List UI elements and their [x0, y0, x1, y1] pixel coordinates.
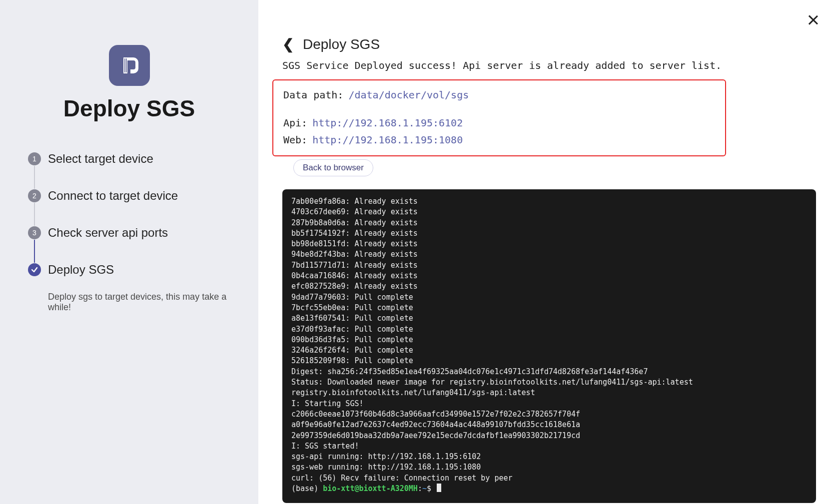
close-icon[interactable]	[807, 14, 819, 26]
data-path-label: Data path:	[283, 86, 343, 103]
step-label: Select target device	[48, 152, 153, 166]
terminal-line: 9dad77a79603: Pull complete	[291, 292, 807, 303]
terminal-line: 7bcfc55eb0ea: Pull complete	[291, 303, 807, 313]
step-connector	[34, 240, 35, 263]
success-message: SGS Service Deployed success! Api server…	[282, 59, 816, 71]
terminal-line: c2066c0eeae1073f60b46d8c3a966aafcd34990e…	[291, 409, 807, 420]
api-url[interactable]: http://192.168.1.195:6102	[312, 114, 463, 131]
api-label: Api:	[283, 114, 307, 131]
step-label: Check server api ports	[48, 226, 168, 240]
step-help-text: Deploy sgs to target devices, this may t…	[48, 292, 232, 313]
terminal-line: e37d0f93afac: Pull complete	[291, 324, 807, 335]
main-panel: ❮ Deploy SGS SGS Service Deployed succes…	[258, 0, 840, 504]
terminal-line: a8e13f607541: Pull complete	[291, 313, 807, 324]
step-done-badge	[28, 263, 41, 276]
step-number-badge: 1	[28, 152, 41, 165]
terminal-line: 4703c67dee69: Already exists	[291, 207, 807, 217]
terminal-line: 2e997359de6d019baa32db9a7aee792e15ecde7d…	[291, 431, 807, 441]
step-number-badge: 2	[28, 189, 41, 202]
terminal-line: registry.bioinfotoolkits.net/lufang0411/…	[291, 388, 807, 398]
terminal-line: I: Starting SGS!	[291, 399, 807, 409]
terminal-line: efc0827528e9: Already exists	[291, 281, 807, 292]
svg-rect-0	[124, 58, 125, 72]
terminal-output[interactable]: 7ab00e9fa86a: Already exists4703c67dee69…	[282, 189, 816, 503]
step-label: Deploy SGS	[48, 263, 114, 277]
terminal-line: sgs-web running: http://192.168.1.195:10…	[291, 462, 807, 473]
terminal-line: a0f9e96a0fe12ad7e2637c4ed92ecc73604a4ac4…	[291, 420, 807, 430]
step-4[interactable]: Deploy SGS	[28, 263, 232, 277]
deploy-info-box: Data path: /data/docker/vol/sgs Api: htt…	[272, 79, 726, 156]
terminal-line: sgs-api running: http://192.168.1.195:61…	[291, 452, 807, 462]
web-label: Web:	[283, 131, 307, 148]
sidebar-title: Deploy SGS	[63, 95, 195, 122]
terminal-line: 0b4caa716846: Already exists	[291, 271, 807, 281]
terminal-line: Status: Downloaded newer image for regis…	[291, 377, 807, 388]
step-connector	[34, 203, 35, 226]
terminal-line: 526185209f98: Pull complete	[291, 356, 807, 366]
app-logo	[109, 45, 150, 86]
back-to-browser-button[interactable]: Back to browser	[293, 159, 373, 176]
page-header: ❮ Deploy SGS	[282, 36, 816, 52]
data-path-value: /data/docker/vol/sgs	[348, 86, 469, 103]
step-number-badge: 3	[28, 226, 41, 239]
svg-rect-1	[126, 58, 127, 72]
step-2[interactable]: 2 Connect to target device	[28, 189, 232, 203]
terminal-line: curl: (56) Recv failure: Connection rese…	[291, 473, 807, 484]
web-url[interactable]: http://192.168.1.195:1080	[312, 131, 463, 148]
terminal-line: 090bd36d3fa5: Pull complete	[291, 335, 807, 345]
step-label: Connect to target device	[48, 189, 178, 203]
terminal-line: 7bd115771d71: Already exists	[291, 260, 807, 271]
sidebar: Deploy SGS 1 Select target device 2 Conn…	[0, 0, 258, 504]
terminal-line: Digest: sha256:24f35ed85e1ea4f69325aa04d…	[291, 367, 807, 377]
terminal-line: 3246a26f26f4: Pull complete	[291, 345, 807, 356]
terminal-line: 94be8d2f43ba: Already exists	[291, 249, 807, 260]
terminal-line: bb5f1754192f: Already exists	[291, 228, 807, 239]
terminal-line: I: SGS started!	[291, 441, 807, 452]
back-chevron-icon[interactable]: ❮	[282, 36, 294, 52]
terminal-line: 287b9b8a0d6a: Already exists	[291, 218, 807, 228]
step-connector	[34, 166, 35, 189]
step-3[interactable]: 3 Check server api ports	[28, 226, 232, 240]
wizard-steps: 1 Select target device 2 Connect to targ…	[26, 152, 232, 313]
terminal-line: bb98de8151fd: Already exists	[291, 239, 807, 249]
step-1[interactable]: 1 Select target device	[28, 152, 232, 166]
terminal-prompt: (base) bio-xtt@bioxtt-A320MH:~$	[291, 484, 807, 494]
page-title: Deploy SGS	[303, 36, 380, 52]
terminal-line: 7ab00e9fa86a: Already exists	[291, 196, 807, 207]
